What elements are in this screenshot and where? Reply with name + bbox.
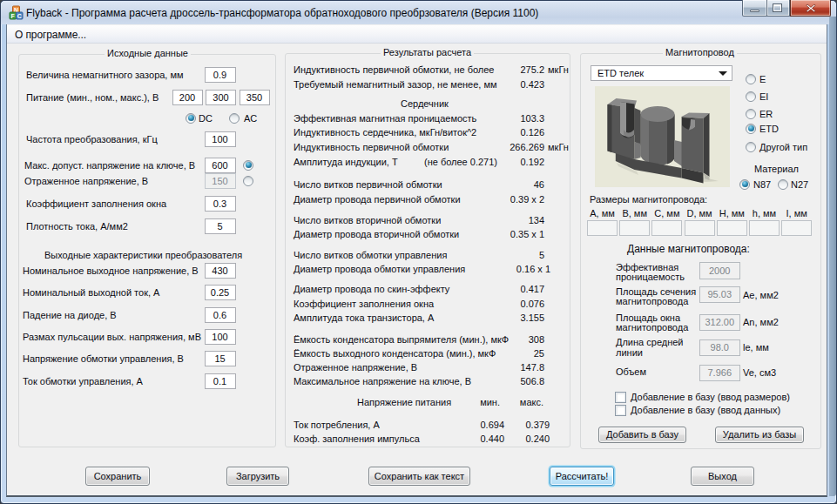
svg-text:C: C: [17, 13, 22, 19]
svg-text:F: F: [11, 13, 16, 19]
